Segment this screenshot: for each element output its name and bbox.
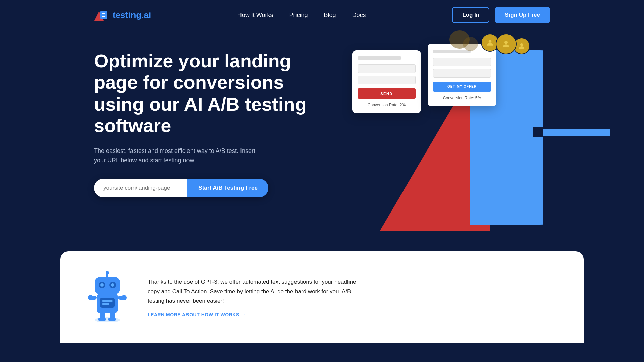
svg-rect-14: [102, 300, 113, 302]
nav-links: How It Works Pricing Blog Docs: [237, 12, 366, 19]
svg-rect-3: [102, 16, 105, 17]
robot-svg: [87, 272, 127, 322]
bottom-body: Thanks to the use of GPT-3, we offer aut…: [148, 277, 362, 306]
person-icon-2: [501, 39, 511, 49]
hero-content: Optimize your landing page for conversio…: [94, 50, 309, 197]
svg-point-6: [520, 43, 523, 46]
nav-docs[interactable]: Docs: [352, 12, 366, 19]
svg-rect-11: [108, 318, 116, 321]
svg-rect-10: [98, 318, 106, 321]
blue-b-cutout-bottom: [543, 136, 610, 225]
svg-rect-1: [100, 11, 107, 19]
card-b-input-2[interactable]: [433, 69, 491, 78]
nav-actions: Log In Sign Up Free: [452, 7, 550, 23]
svg-point-25: [111, 283, 114, 287]
nav-blog[interactable]: Blog: [324, 12, 336, 19]
navbar: testing.ai How It Works Pricing Blog Doc…: [0, 0, 644, 30]
card-b-input-1[interactable]: [433, 58, 491, 66]
card-a: SEND Conversion Rate: 2%: [352, 50, 421, 113]
nav-pricing[interactable]: Pricing: [289, 12, 308, 19]
card-b-button[interactable]: GET MY OFFER: [433, 82, 491, 92]
svg-rect-15: [102, 303, 109, 305]
robot-illustration: [87, 272, 127, 323]
svg-rect-13: [100, 298, 115, 308]
blue-b-gap: [533, 127, 543, 137]
hero-cta-form: Start A/B Testing Free: [94, 179, 268, 197]
card-a-input-1[interactable]: [358, 64, 416, 73]
avatar-2: [496, 34, 517, 54]
svg-point-19: [121, 295, 127, 300]
start-testing-button[interactable]: Start A/B Testing Free: [187, 179, 268, 197]
learn-more-link[interactable]: LEARN MORE ABOUT HOW IT WORKS →: [148, 312, 362, 317]
svg-point-5: [504, 41, 508, 44]
bottom-section: Thanks to the use of GPT-3, we offer aut…: [60, 251, 584, 343]
svg-rect-21: [95, 277, 120, 294]
nav-how-it-works[interactable]: How It Works: [237, 12, 273, 19]
bottom-text-block: Thanks to the use of GPT-3, we offer aut…: [148, 277, 362, 318]
logo[interactable]: testing.ai: [94, 9, 151, 21]
blue-b-cutout-top: [543, 50, 610, 129]
svg-point-18: [88, 295, 93, 300]
svg-point-4: [489, 40, 492, 43]
person-icon: [486, 38, 494, 47]
signup-button[interactable]: Sign Up Free: [495, 7, 550, 23]
card-a-button[interactable]: SEND: [358, 88, 416, 99]
hero-subtext: The easiest, fastest and most efficient …: [94, 146, 262, 166]
hero-headline: Optimize your landing page for conversio…: [94, 50, 309, 137]
svg-point-27: [106, 272, 109, 275]
logo-icon: [94, 9, 109, 21]
svg-rect-2: [102, 13, 105, 14]
bottom-wrapper: Thanks to the use of GPT-3, we offer aut…: [0, 231, 644, 343]
person-icon-3: [518, 42, 526, 50]
url-input[interactable]: [94, 179, 187, 197]
card-a-input-2[interactable]: [358, 76, 416, 84]
card-a-conversion: Conversion Rate: 2%: [358, 103, 416, 107]
logo-text: testing.ai: [113, 10, 151, 20]
card-b-conversion: Conversion Rate: 5%: [433, 96, 491, 100]
hero-section: Optimize your landing page for conversio…: [0, 30, 644, 231]
svg-point-24: [100, 283, 104, 287]
hero-illustration: SEND Conversion Rate: 2% GET MY OFFER Co…: [342, 30, 610, 231]
user-bubbles: [427, 34, 530, 54]
user-avatar-group: [481, 34, 530, 54]
card-a-bar: [358, 56, 401, 60]
float-blob2: [463, 37, 478, 51]
login-button[interactable]: Log In: [452, 7, 489, 23]
